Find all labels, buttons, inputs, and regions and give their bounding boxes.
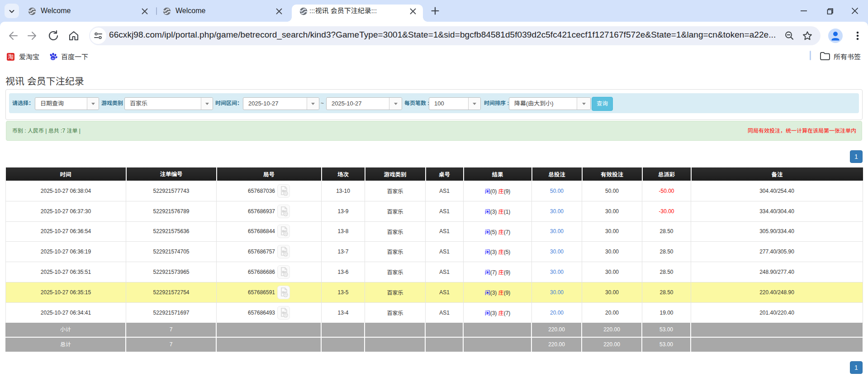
svg-text:du: du [52, 57, 55, 60]
